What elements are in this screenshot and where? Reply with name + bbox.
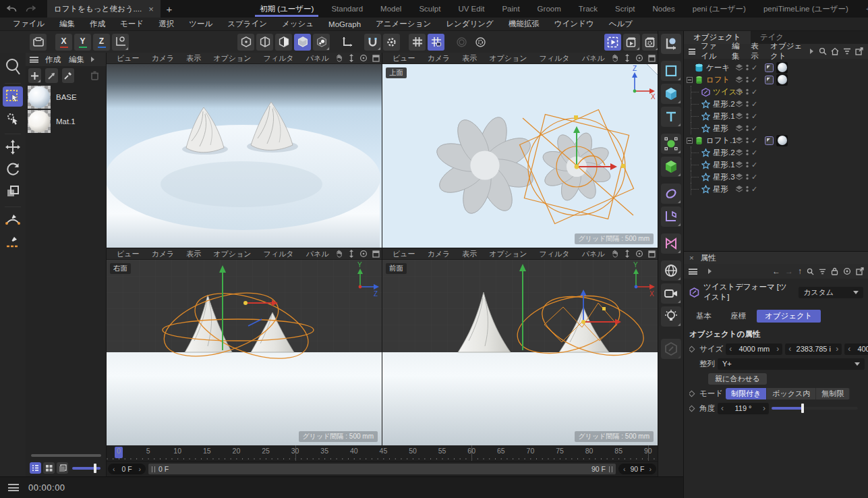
mograph-icon[interactable] <box>661 233 681 254</box>
live-selection-tool-icon[interactable] <box>3 86 23 107</box>
enabled-check-icon[interactable]: ✓ <box>751 173 757 182</box>
end-frame-spinner[interactable]: ‹90 F› <box>618 464 656 474</box>
material-thumbnail[interactable] <box>776 135 788 146</box>
render-button[interactable] <box>623 34 640 51</box>
viewport-canvas-front[interactable]: Y X <box>382 260 658 445</box>
viewport-menu-5[interactable]: パネル <box>301 53 335 63</box>
search-icon[interactable] <box>807 268 814 275</box>
orbit-icon[interactable] <box>359 250 368 258</box>
motext-icon[interactable] <box>661 107 681 127</box>
menu-item-6[interactable]: スプライン <box>221 19 273 29</box>
layout-tab-10[interactable]: peni (ユーザー) <box>684 0 755 18</box>
polygons-mode-icon[interactable] <box>275 34 292 51</box>
keyframe-dot-icon[interactable] <box>689 390 695 397</box>
menu-item-9[interactable]: アニメーション <box>370 19 437 29</box>
viewport-menu-1[interactable]: カメラ <box>146 249 180 259</box>
layer-icon[interactable] <box>735 148 743 157</box>
menu-item-8[interactable]: MoGraph <box>322 20 367 28</box>
material-item[interactable]: Mat.1 <box>26 109 106 134</box>
pan-hand-icon[interactable] <box>611 54 619 62</box>
layer-icon[interactable] <box>735 124 743 132</box>
apply-material-icon[interactable] <box>45 68 58 83</box>
object-row[interactable]: 星形.2✓ <box>684 98 868 110</box>
enable-dots-icon[interactable] <box>745 173 749 181</box>
layer-icon[interactable] <box>735 100 743 108</box>
enable-dots-icon[interactable] <box>745 148 749 157</box>
enabled-check-icon[interactable]: ✓ <box>751 112 757 121</box>
workplane-icon[interactable] <box>112 34 129 51</box>
viewport-menu-4[interactable]: フィルタ <box>258 249 299 259</box>
menu-item-7[interactable]: メッシュ <box>276 19 320 29</box>
menu-overflow-icon[interactable] <box>708 269 712 274</box>
object-row[interactable]: 星形.1✓ <box>684 159 868 171</box>
object-row[interactable]: 星形.2✓ <box>684 146 868 159</box>
back-arrow-icon[interactable]: ← <box>772 267 780 276</box>
maximize-view-icon[interactable] <box>372 250 380 258</box>
object-row[interactable]: 星形.1✓ <box>684 110 868 122</box>
enabled-check-icon[interactable]: ✓ <box>751 63 757 72</box>
viewport-perspective[interactable]: ビューカメラ表示オプションフィルタパネル <box>107 53 382 248</box>
sketch-spline-tool-icon[interactable] <box>3 232 23 252</box>
dolly-icon[interactable] <box>624 54 631 62</box>
popout-icon[interactable] <box>856 267 864 275</box>
phong-tag-icon[interactable] <box>765 76 774 84</box>
new-document-tab-button[interactable]: + <box>161 0 178 18</box>
filter-icon[interactable] <box>819 268 826 275</box>
render-view-button[interactable] <box>604 34 621 51</box>
home-icon[interactable] <box>831 47 839 55</box>
viewport-menu-2[interactable]: 表示 <box>181 53 206 63</box>
points-mode-icon[interactable] <box>237 34 254 51</box>
up-arrow-icon[interactable]: ↑ <box>798 267 802 276</box>
size-spinner-0[interactable]: ‹4000 mm› <box>726 343 782 355</box>
size-spinner-1[interactable]: ‹2383.785 i› <box>785 343 842 355</box>
mode-option-0[interactable]: 制限付き <box>726 388 767 399</box>
layout-tab-6[interactable]: Groom <box>529 0 570 18</box>
layer-icon[interactable] <box>735 88 743 96</box>
maximize-view-icon[interactable] <box>648 250 656 258</box>
layer-icon[interactable] <box>735 161 743 169</box>
layout-tab-9[interactable]: Nodes <box>644 0 684 18</box>
grid-snap-lock-icon[interactable] <box>428 34 444 51</box>
maximize-view-icon[interactable] <box>648 55 656 62</box>
grid-toggle-icon[interactable] <box>409 34 426 51</box>
menu-item-10[interactable]: レンダリング <box>440 19 500 29</box>
menu-item-11[interactable]: 機能拡張 <box>502 19 546 29</box>
menu-item-3[interactable]: モード <box>114 19 150 29</box>
dolly-icon[interactable] <box>348 250 355 258</box>
enable-dots-icon[interactable] <box>745 124 749 132</box>
layout-tab-12[interactable]: + <box>857 0 868 18</box>
camera-icon[interactable] <box>661 283 681 304</box>
pan-hand-icon[interactable] <box>335 54 343 62</box>
enabled-check-icon[interactable]: ✓ <box>751 148 757 157</box>
spline-primitives-icon[interactable] <box>661 61 681 81</box>
lock-y-axis-button[interactable]: Y <box>74 34 91 51</box>
burger-menu-icon[interactable] <box>689 269 697 275</box>
object-row[interactable]: 星形.3✓ <box>684 171 868 183</box>
light-icon[interactable] <box>661 306 681 327</box>
orbit-icon[interactable] <box>359 54 368 62</box>
layer-icon[interactable] <box>735 136 743 144</box>
enable-dots-icon[interactable] <box>745 100 749 108</box>
deformers-icon[interactable] <box>661 184 681 204</box>
phong-tag-icon[interactable] <box>765 136 774 145</box>
enable-dots-icon[interactable] <box>745 136 749 144</box>
snap-magnet-icon[interactable] <box>364 34 381 51</box>
lock-icon[interactable] <box>831 267 838 275</box>
viewport-menu-0[interactable]: ビュー <box>387 249 421 259</box>
viewport-canvas-top[interactable]: Z X <box>382 64 658 248</box>
enable-dots-icon[interactable] <box>745 76 749 84</box>
menu-overflow-icon[interactable] <box>91 57 94 62</box>
redo-icon[interactable] <box>23 2 38 16</box>
render-settings-button[interactable] <box>642 34 659 51</box>
burger-menu-icon[interactable] <box>689 49 695 55</box>
material-layer-view-icon[interactable] <box>57 462 68 474</box>
object-row[interactable]: ロフト.1✓ <box>684 134 868 146</box>
viewport-menu-0[interactable]: ビュー <box>111 249 145 259</box>
scene-helpers-icon[interactable] <box>661 206 681 227</box>
mode-option-1[interactable]: ボックス内 <box>767 388 816 399</box>
layout-tab-2[interactable]: Model <box>372 0 410 18</box>
viewport-menu-3[interactable]: オプション <box>208 53 256 63</box>
expander-minus-icon[interactable] <box>687 77 693 83</box>
viewport-menu-1[interactable]: カメラ <box>146 53 180 63</box>
model-mode-icon[interactable] <box>294 34 311 51</box>
